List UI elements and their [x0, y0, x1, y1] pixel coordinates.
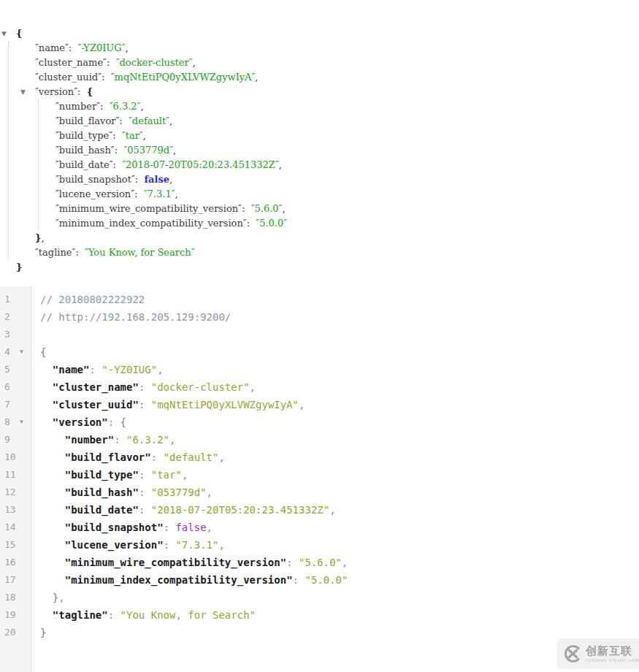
json-key-token: "lucene_version"	[65, 539, 164, 551]
json-key-token: ″lucene_version″	[56, 188, 134, 199]
line-number: 15	[0, 536, 31, 554]
json-punct-token: :	[119, 115, 129, 126]
json-plain-token	[40, 504, 65, 516]
json-str-token: "default"	[164, 451, 219, 463]
json-key-token: ″cluster_name″	[35, 57, 107, 68]
json-str-token: ″5.0.0″	[256, 218, 287, 229]
collapse-toggle-icon[interactable]: ▼	[1, 26, 7, 41]
json-key-token: ″build_snapshot″	[56, 174, 135, 185]
json-punct-token: ,	[173, 145, 176, 156]
code-line: "version": {	[40, 413, 639, 431]
json-punct-token: :	[112, 130, 122, 141]
collapse-toggle-icon[interactable]: ▼	[20, 85, 26, 99]
json-punct-token: :	[247, 218, 256, 229]
json-punct-token: :	[139, 381, 151, 393]
tree-row: ″tagline″: ″You Know, for Search″	[0, 245, 639, 260]
json-str-token: ″tar″	[122, 130, 143, 141]
json-str-token: ″5.6.0″	[251, 203, 283, 214]
json-punct-token: ,	[218, 451, 224, 463]
json-key-token: "cluster_uuid"	[53, 399, 139, 411]
line-number: 7	[0, 396, 31, 413]
json-str-token: "6.3.2"	[126, 434, 169, 446]
line-number: 2	[0, 308, 31, 326]
json-brace-token: }	[16, 261, 22, 272]
json-key-token: "build_hash"	[65, 486, 139, 498]
tree-row: ″minimum_index_compatibility_version″: ″…	[0, 216, 639, 231]
json-key-token: "minimum_index_compatibility_version"	[65, 574, 293, 586]
json-punct-token: :	[113, 159, 123, 170]
json-comment-token: // 20180802222922	[40, 294, 145, 305]
json-str-token: ″2018-07-20T05:20:23.451332Z″	[122, 159, 279, 170]
json-plain-token	[40, 469, 65, 481]
json-punct-token: :	[102, 72, 111, 83]
json-punct-token: ,	[41, 232, 44, 243]
json-key-token: "version"	[53, 416, 108, 428]
json-punct-token: :	[114, 434, 126, 446]
json-punct-token: ,	[218, 539, 224, 551]
json-punct-token: ,	[157, 364, 163, 375]
json-punct-token: ,	[299, 399, 305, 411]
json-plain-token	[40, 381, 53, 393]
line-number: 1	[0, 291, 31, 308]
json-str-token: "7.3.1"	[175, 539, 218, 551]
json-punct-token: :	[139, 399, 151, 411]
fold-toggle-icon[interactable]: ▼	[20, 343, 23, 361]
json-punct-token: :	[286, 557, 299, 568]
json-key-token: ″build_flavor″	[56, 115, 119, 126]
json-plain-token	[40, 399, 53, 411]
json-plain-token	[40, 539, 65, 551]
json-key-token: "build_date"	[65, 504, 139, 516]
tree-row: ″number″: ″6.3.2″,	[0, 99, 639, 114]
line-number: 3	[0, 326, 31, 343]
line-number: 13	[0, 501, 31, 519]
code-line: // 20180802222922	[40, 291, 639, 308]
line-number: 17	[0, 571, 31, 589]
json-punct-token: :	[151, 451, 164, 463]
code-line: },	[40, 589, 639, 606]
json-str-token: ″053779d″	[123, 145, 173, 156]
json-punct-token: :	[89, 364, 102, 375]
json-str-token: "5.6.0"	[299, 557, 342, 568]
json-plain-token	[40, 486, 65, 498]
json-tree-view: ▼{″name″: ″-YZ0IUG″,″cluster_name″: ″doc…	[0, 26, 639, 278]
json-brace-token: {	[16, 28, 22, 39]
json-plain-token	[40, 451, 65, 463]
code-line: "cluster_uuid": "mqNtEtiPQ0yXLVWZgywIyA"…	[40, 396, 639, 413]
json-str-token: ″6.3.2″	[110, 101, 141, 112]
json-brace-token: }	[40, 627, 46, 638]
editor-code-area[interactable]: // 20180802222922// http://192.168.205.1…	[32, 286, 639, 672]
json-str-token: "-YZ0IUG"	[102, 364, 157, 375]
line-number: 18	[0, 589, 31, 606]
json-punct-token: :	[75, 247, 85, 258]
json-key-token: "build_type"	[65, 469, 139, 481]
code-editor[interactable]: 1234▼5678▼91011121314151617181920 // 201…	[0, 286, 639, 672]
json-punct-token: ,	[207, 486, 213, 498]
tree-row: ″build_flavor″: ″default″,	[0, 114, 639, 129]
json-str-token: ″docker-cluster″	[116, 57, 193, 68]
json-plain-token	[40, 416, 53, 428]
json-str-token: "tar"	[151, 469, 182, 481]
watermark-logo-icon	[563, 644, 582, 663]
json-punct-token: ,	[193, 57, 196, 68]
line-number: 14	[0, 519, 31, 536]
json-punct-token: :	[139, 486, 151, 498]
editor-gutter: 1234▼5678▼91011121314151617181920	[0, 286, 31, 672]
json-comment-token: // http://192.168.205.129:9200/	[40, 311, 231, 323]
json-brace-token: {	[87, 86, 93, 97]
json-key-token: ″minimum_wire_compatibility_version″	[56, 203, 242, 214]
json-punct-token: ,	[329, 504, 335, 516]
json-punct-token: :	[115, 145, 124, 156]
watermark-text: 创新互联	[586, 645, 638, 657]
line-number: 8▼	[0, 413, 31, 431]
code-line: "lucene_version": "7.3.1",	[40, 536, 639, 554]
json-punct-token: ,	[169, 115, 172, 126]
tree-row: ″build_hash″: ″053779d″,	[0, 143, 639, 158]
code-line: "build_date": "2018-07-20T05:20:23.45133…	[40, 501, 639, 519]
json-punct-token: ,	[250, 381, 256, 393]
json-key-token: ″minimum_index_compatibility_version″	[56, 218, 247, 229]
fold-toggle-icon[interactable]: ▼	[20, 413, 23, 431]
json-plain-token	[40, 609, 53, 621]
json-key-token: ″number″	[56, 101, 100, 112]
tree-row: ▼″version″: {	[0, 85, 639, 99]
json-punct-token: ,	[58, 592, 64, 603]
